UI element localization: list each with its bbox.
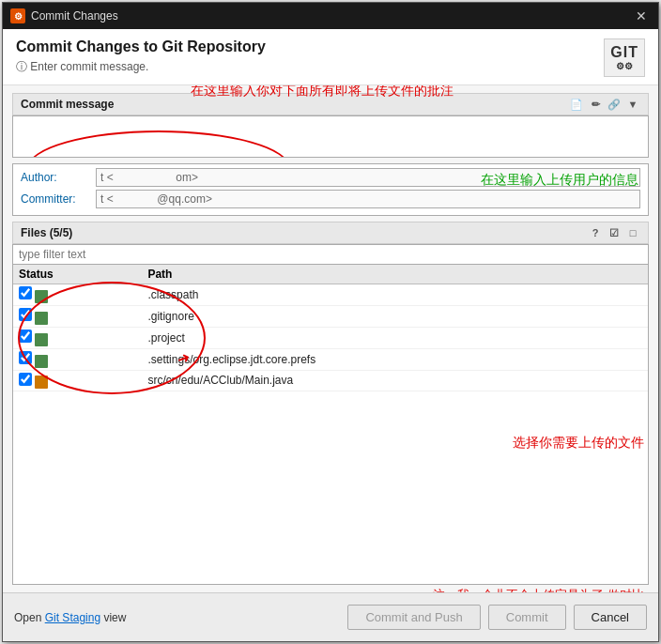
footer-staging-link: Open Git Staging view	[14, 611, 340, 624]
author-row: Author:	[21, 168, 640, 187]
file-icon	[35, 355, 48, 368]
close-button[interactable]: ✕	[632, 7, 651, 25]
files-toolbar: ? ☑ □	[588, 225, 640, 240]
git-staging-link[interactable]: Git Staging	[45, 611, 100, 624]
file-icon	[35, 376, 48, 389]
col-status: Status	[13, 265, 142, 284]
table-row: .classpath	[13, 284, 648, 306]
title-bar-text: Commit Changes	[31, 9, 632, 23]
file-icon	[35, 333, 48, 346]
file-path: .project	[142, 327, 648, 348]
file-checkbox[interactable]	[19, 308, 32, 321]
files-table-header: Status Path	[13, 265, 648, 284]
file-status-cell	[13, 306, 142, 328]
commit-message-label: Commit message 📄 ✏ 🔗 ▼	[12, 93, 649, 115]
dialog-header: Commit Changes to Git Repository ⓘ Enter…	[3, 29, 658, 85]
file-path: .settings/org.eclipse.jdt.core.prefs	[142, 348, 648, 370]
files-table: Status Path .classpath .gitignore	[13, 265, 648, 391]
table-row: .project	[13, 327, 648, 348]
file-checkbox[interactable]	[19, 373, 32, 386]
file-icon	[35, 312, 48, 325]
dialog-subtitle: ⓘ Enter commit message.	[16, 59, 266, 75]
check-all-icon[interactable]: ☑	[607, 225, 622, 240]
commit-changes-dialog: ⚙ Commit Changes ✕ Commit Changes to Git…	[2, 2, 659, 642]
commit-button[interactable]: Commit	[488, 605, 566, 630]
author-label: Author:	[21, 171, 96, 184]
files-section: Files (5/5) ? ☑ □ Status Path	[12, 222, 649, 585]
committer-input[interactable]	[96, 190, 640, 208]
commit-message-toolbar: 📄 ✏ 🔗 ▼	[569, 97, 640, 112]
help-icon[interactable]: ?	[588, 225, 603, 240]
file-status-cell	[13, 348, 142, 370]
annotation-note-text: 注：我一会儿不会上传完是为了 做对比 建议全部上传。以防万一项目丢失!	[433, 586, 644, 592]
commit-message-section: Commit message 📄 ✏ 🔗 ▼ 在这里输入你对下面所有即将上传文件…	[12, 93, 649, 158]
paste-icon[interactable]: 📄	[569, 97, 584, 112]
file-icon	[35, 290, 48, 303]
dialog-footer: Open Git Staging view Commit and Push Co…	[3, 592, 658, 641]
committer-row: Committer:	[21, 190, 640, 208]
commit-and-push-button[interactable]: Commit and Push	[347, 605, 480, 630]
commit-message-input[interactable]	[13, 116, 648, 154]
author-input[interactable]	[96, 168, 640, 187]
table-row: .settings/org.eclipse.jdt.core.prefs	[13, 348, 648, 370]
filter-input[interactable]	[12, 244, 649, 264]
files-table-container: Status Path .classpath .gitignore	[12, 264, 649, 585]
dialog-body: Commit message 📄 ✏ 🔗 ▼ 在这里输入你对下面所有即将上传文件…	[3, 85, 658, 592]
committer-label: Committer:	[21, 192, 96, 206]
edit-icon[interactable]: ✏	[588, 97, 603, 112]
file-status-cell	[13, 327, 142, 348]
cancel-button[interactable]: Cancel	[574, 605, 647, 630]
file-checkbox[interactable]	[19, 286, 32, 299]
commit-message-wrapper: 在这里输入你对下面所有即将上传文件的批注	[12, 115, 649, 158]
author-section: Author: Committer: 在这里输入上传用户的信息	[12, 163, 649, 216]
collapse-icon[interactable]: □	[625, 225, 640, 240]
dropdown-icon[interactable]: ▼	[625, 97, 640, 112]
title-bar: ⚙ Commit Changes ✕	[3, 3, 658, 29]
file-checkbox[interactable]	[19, 330, 32, 343]
file-status-cell	[13, 370, 142, 391]
file-path: .classpath	[142, 284, 648, 306]
dialog-title: Commit Changes to Git Repository	[16, 38, 266, 55]
dialog-icon: ⚙	[10, 8, 25, 23]
file-checkbox[interactable]	[19, 351, 32, 364]
file-path: src/cn/edu/ACClub/Main.java	[142, 370, 648, 391]
file-status-cell	[13, 284, 142, 306]
link-icon[interactable]: 🔗	[607, 97, 622, 112]
table-row: src/cn/edu/ACClub/Main.java	[13, 370, 648, 391]
file-path: .gitignore	[142, 306, 648, 328]
col-path: Path	[142, 265, 648, 284]
files-label: Files (5/5) ? ☑ □	[12, 222, 649, 244]
commit-message-area	[12, 115, 649, 158]
git-logo: GIT ⚙⚙	[604, 38, 645, 77]
table-row: .gitignore	[13, 306, 648, 328]
